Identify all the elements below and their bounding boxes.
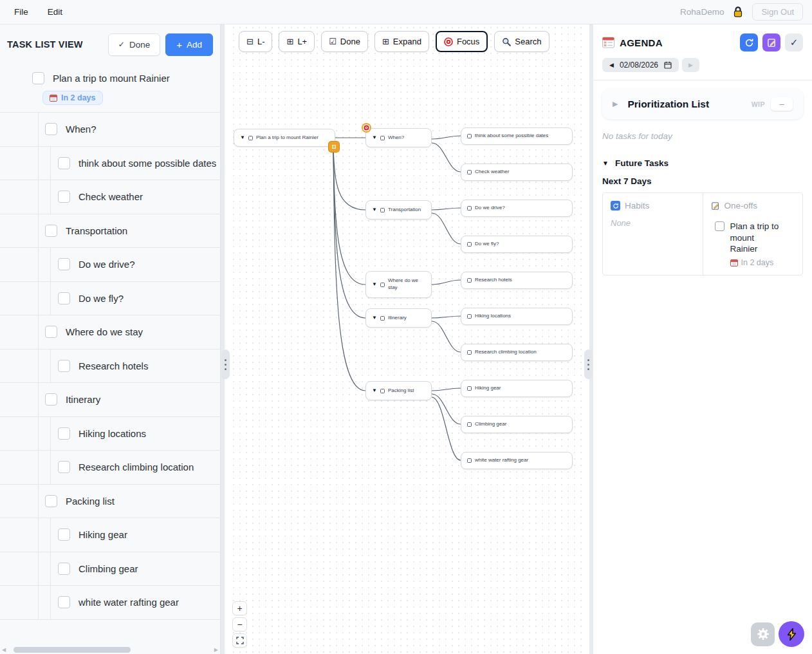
task-checkbox[interactable] — [58, 563, 70, 575]
fit-view-button[interactable] — [232, 633, 247, 648]
task-checkbox[interactable] — [58, 360, 70, 372]
task-checkbox[interactable] — [58, 461, 70, 473]
scroll-right-icon[interactable]: ▶ — [214, 648, 218, 653]
mindmap-node-stay[interactable]: ▼Where do we stay — [365, 271, 432, 298]
mindmap-node-dates[interactable]: think about some possible dates — [461, 127, 573, 145]
mindmap-node-rafting[interactable]: white water rafting gear — [461, 452, 573, 469]
node-checkbox[interactable] — [467, 170, 472, 174]
node-checkbox[interactable] — [467, 422, 472, 427]
task-checkbox[interactable] — [58, 157, 70, 169]
task-row[interactable]: Plan a trip to mount RainierIn 2 days — [0, 64, 220, 113]
date-value[interactable]: 02/08/2026 — [620, 61, 658, 70]
mindmap-node-packing[interactable]: ▼Packing list — [365, 381, 432, 400]
sign-out-button[interactable]: Sign Out — [752, 3, 803, 21]
add-task-button[interactable]: + Add — [165, 33, 213, 56]
due-date-badge[interactable]: In 2 days — [42, 91, 103, 105]
task-row[interactable]: Climbing gear — [0, 552, 220, 586]
focus-button[interactable]: Focus — [436, 31, 488, 52]
prev-day-icon[interactable]: ◀ — [609, 62, 614, 68]
task-row[interactable]: When? — [0, 113, 220, 147]
mindmap-node-hotels[interactable]: Research hotels — [461, 272, 573, 289]
task-checkbox[interactable] — [45, 123, 57, 135]
future-tasks-header[interactable]: ▼ Future Tasks — [602, 158, 803, 168]
task-row[interactable]: Where do we stay — [0, 315, 220, 350]
task-checkbox[interactable] — [58, 427, 70, 440]
collapse-triangle-icon[interactable]: ▼ — [240, 135, 245, 140]
mindmap-node-fly[interactable]: Do we fly? — [461, 236, 573, 253]
mindmap-canvas[interactable]: ⊟L-⊞L+☑Done⊞ExpandFocusSearch ▼Plan a tr… — [230, 24, 584, 654]
node-checkbox[interactable] — [467, 278, 472, 283]
task-row[interactable]: Do we fly? — [0, 282, 220, 316]
task-row[interactable]: think about some possible dates — [0, 147, 220, 181]
task-row[interactable]: Do we drive? — [0, 248, 220, 282]
node-checkbox[interactable] — [380, 136, 385, 140]
sync-button[interactable] — [740, 33, 758, 51]
menu-edit[interactable]: Edit — [48, 7, 62, 17]
collapse-triangle-icon[interactable]: ▼ — [372, 282, 377, 287]
next-day-button[interactable]: ▶ — [682, 58, 699, 72]
mindmap-node-climbing-gear[interactable]: Climbing gear — [461, 416, 573, 433]
expand-button[interactable]: ⊞Expand — [374, 31, 429, 52]
node-checkbox[interactable] — [467, 242, 472, 247]
quick-actions-button[interactable] — [779, 621, 804, 647]
mindmap-node-hiking-gear[interactable]: Hiking gear — [461, 380, 573, 397]
left-panel-resizer[interactable] — [221, 24, 230, 654]
mindmap-node-root[interactable]: ▼Plan a trip to mount Rainier — [234, 129, 335, 147]
task-row[interactable]: Hiking gear — [0, 518, 220, 552]
collapse-arrow-icon[interactable]: ▼ — [602, 160, 609, 167]
done-toggle-button[interactable]: ☑Done — [321, 31, 368, 52]
node-checkbox[interactable] — [380, 283, 385, 287]
wip-input[interactable] — [771, 97, 793, 111]
menu-file[interactable]: File — [14, 7, 28, 17]
task-checkbox[interactable] — [45, 393, 57, 406]
collapse-triangle-icon[interactable]: ▼ — [372, 388, 377, 393]
task-checkbox[interactable] — [45, 225, 57, 237]
task-checkbox[interactable] — [45, 326, 57, 338]
expand-arrow-icon[interactable]: ▶ — [613, 100, 618, 107]
mindmap-node-drive[interactable]: Do we drive? — [461, 200, 573, 217]
mindmap-node-climbing-location[interactable]: Research climbing location — [461, 344, 573, 361]
notes-button[interactable] — [762, 33, 780, 51]
collapse-triangle-icon[interactable]: ▼ — [372, 315, 377, 321]
check-button[interactable]: ✓ — [785, 33, 803, 51]
task-row[interactable]: white water rafting gear — [0, 586, 220, 620]
task-row[interactable]: Check weather — [0, 180, 220, 214]
calendar-picker-icon[interactable] — [664, 61, 672, 69]
prioritization-list-section[interactable]: ▶ Prioritization List WIP — [602, 89, 803, 119]
right-panel-resizer[interactable] — [584, 24, 593, 654]
node-checkbox[interactable] — [467, 134, 472, 138]
expand-level-button[interactable]: ⊞L+ — [279, 31, 315, 52]
task-row[interactable]: Research hotels — [0, 350, 220, 384]
collapse-triangle-icon[interactable]: ▼ — [372, 135, 377, 140]
collapse-triangle-icon[interactable]: ▼ — [372, 207, 377, 212]
settings-button[interactable] — [751, 622, 775, 646]
zoom-out-button[interactable]: − — [232, 617, 247, 631]
node-checkbox[interactable] — [248, 136, 253, 140]
horizontal-scrollbar[interactable]: ◀ ▶ — [0, 646, 220, 654]
collapse-children-button[interactable] — [329, 142, 339, 152]
task-checkbox[interactable] — [58, 596, 70, 608]
done-filter-button[interactable]: ✓ Done — [108, 33, 160, 56]
task-row[interactable]: Transportation — [0, 214, 220, 248]
node-checkbox[interactable] — [467, 314, 472, 319]
node-checkbox[interactable] — [467, 458, 472, 463]
mindmap-node-weather[interactable]: Check weather — [461, 164, 573, 181]
task-row[interactable]: Research climbing location — [0, 451, 220, 485]
search-button[interactable]: Search — [494, 31, 549, 52]
task-checkbox[interactable] — [58, 258, 70, 270]
date-picker[interactable]: ◀ 02/08/2026 — [602, 58, 679, 72]
scrollbar-thumb[interactable] — [14, 647, 131, 653]
collapse-level-button[interactable]: ⊟L- — [239, 31, 272, 52]
scroll-left-icon[interactable]: ◀ — [2, 648, 6, 653]
node-checkbox[interactable] — [380, 316, 385, 321]
node-checkbox[interactable] — [380, 389, 385, 393]
mindmap-node-transportation[interactable]: ▼Transportation — [365, 200, 432, 220]
task-row[interactable]: Itinerary — [0, 383, 220, 417]
task-checkbox[interactable] — [58, 292, 70, 304]
one-off-task[interactable]: Plan a trip to mount Rainier In 2 days — [715, 221, 797, 267]
node-checkbox[interactable] — [467, 386, 472, 391]
drag-handle[interactable] — [221, 350, 230, 379]
drag-handle[interactable] — [584, 350, 593, 379]
task-checkbox[interactable] — [32, 72, 44, 84]
zoom-in-button[interactable]: + — [232, 601, 247, 615]
